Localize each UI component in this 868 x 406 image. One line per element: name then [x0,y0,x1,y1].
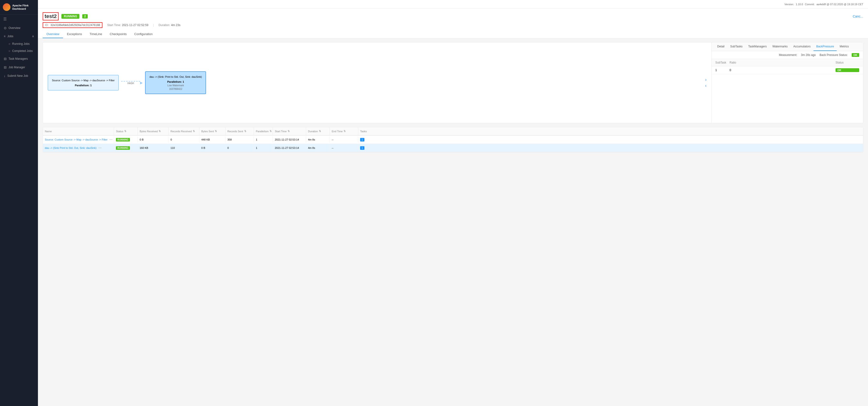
row2-name-link[interactable]: dau -> (Sink Print to Std. Out, Sink: da… [45,147,96,149]
right-panel-meta: Measurement: 3m 28s ago Back Pressure St… [712,51,863,59]
th-status-label: Status [116,130,123,133]
sink-node-watermark-label: Low Watermark [149,84,202,87]
tab-exceptions[interactable]: Exceptions [63,30,86,38]
th-end-time-sort-icon: ⇅ [344,130,346,133]
sidebar-item-completed-jobs[interactable]: ○ Completed Jobs [0,48,38,55]
right-tab-detail[interactable]: Detail [714,42,727,51]
right-tab-backpressure[interactable]: BackPressure [813,42,837,51]
sidebar-section-jobs[interactable]: ≡ Jobs ∧ [0,32,38,40]
sidebar-item-completed-jobs-label: Completed Jobs [12,49,33,53]
th-duration[interactable]: Duration ⇅ [306,127,330,135]
right-tab-metrics[interactable]: Metrics [837,42,851,51]
expand-down-icon[interactable]: ‹ [705,83,707,88]
duration-value: 4m 23s [171,24,180,27]
td-bytes-sent-1: 448 KB [199,136,225,143]
bpt-row-subtask: 1 [715,68,730,72]
job-manager-icon: ⊟ [4,65,7,69]
job-duration: Duration: 4m 23s [159,24,180,27]
th-status[interactable]: Status ⇅ [114,127,138,135]
jobs-collapse-icon[interactable]: ∧ [32,35,34,38]
sidebar-item-submit-new-job[interactable]: ↓ Submit New Job [0,71,38,80]
sidebar-item-overview[interactable]: ⊙ Overview [0,24,38,32]
tab-checkpoints[interactable]: Checkpoints [106,30,131,38]
th-records-received[interactable]: Records Received ⇅ [168,127,199,135]
td-name-1: Source: Custom Source -> Map -> dauSourc… [43,135,114,144]
expand-up-icon[interactable]: › [705,77,707,82]
sink-node-label: dau -> (Sink: Print to Std. Out, Sink: d… [149,75,202,79]
right-tab-accumulators[interactable]: Accumulators [790,42,813,51]
td-end-time-2: -- [330,145,358,151]
th-bytes-received-sort-icon: ⇅ [159,130,161,133]
submit-job-icon: ↓ [4,74,5,78]
tab-overview[interactable]: Overview [43,30,63,38]
th-bytes-sent[interactable]: Bytes Sent ⇅ [199,127,225,135]
th-start-time[interactable]: Start Time ⇅ [273,127,306,135]
start-time-value: 2021-11-27 02:52:59 [122,24,148,27]
sidebar-item-job-manager[interactable]: ⊟ Job Manager [0,63,38,71]
right-tab-subtasks[interactable]: SubTasks [727,42,745,51]
sink-node-watermark-value: 1637866422 [149,88,202,90]
job-start-time: Start Time: 2021-11-27 02:52:59 [107,24,148,27]
cancel-button[interactable]: Canc... [853,14,863,18]
td-name-2: dau -> (Sink Print to Std. Out, Sink: da… [43,144,114,152]
sink-node-parallelism: Parallelism: 1 [149,80,202,83]
version-label: Version: [784,3,794,6]
th-bytes-received-label: Bytes Received [140,130,158,133]
td-end-time-1: -- [330,136,358,143]
job-id-value: 32e3186efdeb2d62928a7dc312476188 [51,24,100,27]
bpt-row-status-badge: OK [836,68,859,72]
row1-ellipsis-button[interactable]: ··· [109,137,113,142]
row1-name-link[interactable]: Source: Custom Source -> Map -> dauSourc… [45,138,107,141]
start-time-label: Start Time: [107,24,121,27]
right-panel: Detail SubTasks TaskManagers Watermarks … [711,42,863,123]
table-header: Name Status ⇅ Bytes Received ⇅ Records R… [43,127,863,135]
edge-arrow-icon: ▶ [140,81,143,85]
th-end-time[interactable]: End Time ⇅ [330,127,358,135]
th-records-sent[interactable]: Records Sent ⇅ [225,127,254,135]
hamburger-menu-icon[interactable]: ☰ [0,14,38,24]
overview-icon: ⊙ [4,26,7,30]
row2-ellipsis-button[interactable]: ··· [98,146,101,150]
th-bytes-received[interactable]: Bytes Received ⇅ [138,127,168,135]
graph-canvas: Source: Custom Source -> Map -> dauSourc… [43,42,711,123]
topbar: Version: 1.10.0 Commit: aa4eb8f @ 07.02.… [38,0,868,8]
sidebar-item-submit-new-job-label: Submit New Job [7,74,28,77]
expand-collapse-button[interactable]: › ‹ [705,77,707,88]
content-area: Source: Custom Source -> Map -> dauSourc… [38,38,868,406]
th-records-sent-sort-icon: ⇅ [244,130,246,133]
tab-timeline[interactable]: TimeLine [86,30,106,38]
sidebar-logo-text: Apache Flink Dashboard [12,4,35,11]
sidebar-item-job-manager-label: Job Manager [8,66,25,69]
td-records-received-2: 110 [168,145,199,151]
right-tab-taskmanagers[interactable]: TaskManagers [745,42,770,51]
th-tasks-label: Tasks [360,130,367,133]
data-table: Name Status ⇅ Bytes Received ⇅ Records R… [43,127,863,152]
th-end-time-label: End Time [332,130,343,133]
th-parallelism[interactable]: Parallelism ⇅ [254,127,273,135]
source-node[interactable]: Source: Custom Source -> Map -> dauSourc… [48,75,119,90]
right-tab-watermarks[interactable]: Watermarks [770,42,790,51]
th-parallelism-sort-icon: ⇅ [270,130,272,133]
job-id-row: ID: 32e3186efdeb2d62928a7dc312476188 Sta… [43,22,863,28]
th-tasks[interactable]: Tasks [358,127,377,135]
row2-tasks-badge: 1 [360,146,364,150]
sidebar-section-jobs-label: Jobs [7,35,13,38]
sidebar-item-task-managers[interactable]: ⊟ Task Managers [0,55,38,63]
tab-configuration[interactable]: Configuration [130,30,156,38]
version-value: 1.10.0 [796,3,803,6]
td-tasks-2: 1 [358,145,377,151]
th-records-received-label: Records Received [170,130,192,133]
job-header: test2 RUNNING 2 Canc... ID: 32e3186efdeb… [38,8,868,38]
sink-node[interactable]: dau -> (Sink: Print to Std. Out, Sink: d… [145,71,206,94]
back-pressure-table-row: 1 0 OK [712,66,863,74]
job-title: test2 [43,12,59,20]
td-bytes-received-1: 0 B [138,136,168,143]
row1-tasks-badge: 1 [360,138,364,142]
th-name[interactable]: Name [43,127,114,135]
sidebar-item-running-jobs[interactable]: ○ Running Jobs [0,40,38,48]
measurement-value: 3m 28s ago [801,53,816,57]
sidebar-item-overview-label: Overview [8,26,21,30]
td-records-sent-2: 0 [225,145,254,151]
td-parallelism-1: 1 [254,136,273,143]
sidebar-logo: Apache Flink Dashboard [0,0,38,14]
